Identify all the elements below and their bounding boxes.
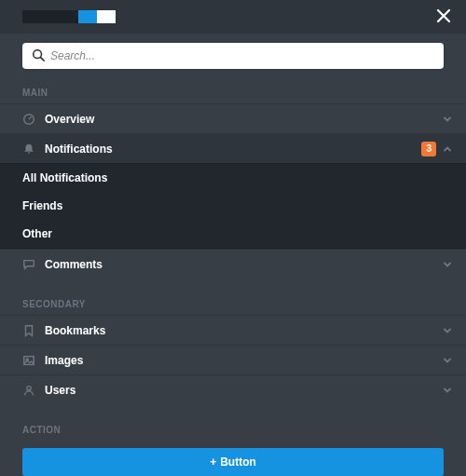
svg-point-8	[27, 386, 31, 389]
search-icon	[32, 48, 45, 64]
action-button[interactable]: + Button	[22, 448, 444, 476]
nav-item-label: Users	[45, 384, 442, 397]
plus-icon: +	[210, 456, 216, 469]
theme-swatches	[22, 10, 116, 23]
sub-item-all-notifications[interactable]: All Notifications	[0, 164, 466, 192]
nav-item-images[interactable]: Images	[0, 345, 466, 374]
chevron-down-icon	[442, 385, 453, 396]
chevron-down-icon	[442, 259, 453, 270]
section-header-action: ACTION	[0, 415, 466, 441]
swatch[interactable]	[97, 10, 116, 23]
nav-item-overview[interactable]: Overview	[0, 103, 466, 133]
chevron-down-icon	[442, 114, 453, 125]
nav-item-label: Overview	[45, 113, 442, 126]
svg-line-5	[29, 116, 32, 119]
section-header-main: MAIN	[0, 78, 466, 103]
notification-badge: 3	[421, 142, 436, 156]
bookmark-icon	[22, 324, 35, 337]
nav-item-bookmarks[interactable]: Bookmarks	[0, 315, 466, 345]
section-header-secondary: SECONDARY	[0, 290, 466, 315]
nav-item-label: Notifications	[45, 143, 421, 156]
close-icon	[436, 8, 451, 26]
gauge-icon	[22, 113, 35, 126]
bell-icon	[22, 143, 35, 156]
action-area: + Button	[0, 441, 466, 476]
nav-item-notifications[interactable]: Notifications 3	[0, 133, 466, 163]
swatch[interactable]	[22, 10, 41, 23]
sub-item-friends[interactable]: Friends	[0, 192, 466, 220]
search-field[interactable]	[22, 43, 444, 69]
swatch[interactable]	[41, 10, 60, 23]
nav-item-comments[interactable]: Comments	[0, 249, 466, 279]
sub-item-other[interactable]: Other	[0, 220, 466, 248]
sidebar: MAIN Overview Notifications 3 All Notifi…	[0, 34, 466, 476]
svg-line-3	[41, 57, 45, 61]
sub-item-label: All Notifications	[22, 171, 107, 184]
close-button[interactable]	[432, 6, 455, 28]
topbar	[0, 0, 466, 34]
nav-item-label: Bookmarks	[45, 324, 442, 337]
user-icon	[22, 384, 35, 397]
nav-item-users[interactable]: Users	[0, 374, 466, 404]
action-button-label: Button	[220, 456, 256, 469]
search-input[interactable]	[50, 49, 434, 62]
nav-item-label: Images	[45, 354, 442, 367]
comment-icon	[22, 258, 35, 271]
swatch[interactable]	[60, 10, 78, 23]
svg-rect-6	[24, 356, 34, 364]
nav-item-label: Comments	[45, 258, 442, 271]
swatch[interactable]	[78, 10, 97, 23]
chevron-down-icon	[442, 325, 453, 336]
notifications-submenu: All Notifications Friends Other	[0, 163, 466, 249]
sub-item-label: Friends	[22, 199, 62, 212]
search-wrap	[0, 34, 466, 78]
image-icon	[22, 354, 35, 367]
chevron-up-icon	[442, 143, 453, 155]
chevron-down-icon	[442, 355, 453, 366]
sub-item-label: Other	[22, 227, 52, 240]
